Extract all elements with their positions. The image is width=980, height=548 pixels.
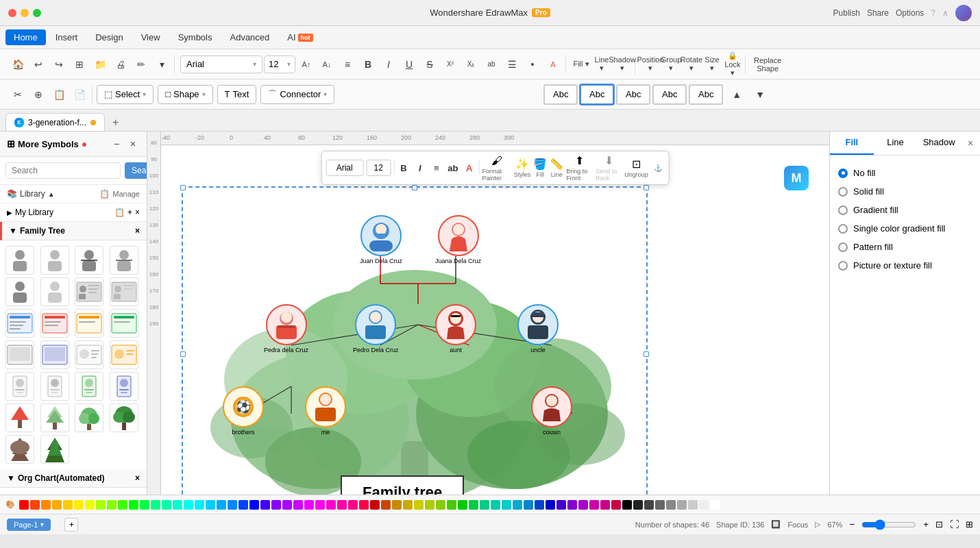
font-size-selector[interactable]: 12 ▾ [264,55,295,73]
person-juan[interactable]: Juan Dela Cruz [360,215,402,265]
symbol-item[interactable] [110,246,138,275]
family-tree-section-close[interactable]: × [135,226,140,236]
color-swatch[interactable] [666,500,676,510]
maximize-button[interactable] [33,9,41,17]
menu-home[interactable]: Home [5,29,46,45]
symbol-item[interactable] [75,309,103,338]
right-panel-close[interactable]: × [961,132,980,155]
symbol-item[interactable] [40,435,69,464]
color-swatch[interactable] [688,500,698,510]
color-swatch[interactable] [271,500,281,510]
symbol-item[interactable] [40,403,69,432]
my-lib-copy-btn[interactable]: 📋 [114,208,125,217]
color-swatch[interactable] [30,500,40,510]
no-fill-option[interactable]: No fill [838,164,972,182]
italic-btn[interactable]: I [379,55,398,74]
group-btn[interactable]: Group ▾ [661,55,681,74]
line-tab[interactable]: Line [874,132,918,155]
more-btn[interactable]: ✏ [132,55,151,74]
symbol-item[interactable] [40,309,69,338]
superscript-btn[interactable]: X² [441,55,460,74]
color-swatch[interactable] [403,500,413,510]
person-cousin[interactable]: cousin [531,386,572,436]
color-swatch[interactable] [140,500,149,510]
color-swatch[interactable] [85,500,95,510]
fill-tool-btn[interactable]: 🪣 Fill [533,158,547,178]
toolbar-expand-btn[interactable]: ⚓ [651,158,665,177]
color-swatch[interactable] [304,500,314,510]
color-swatch[interactable] [238,500,248,510]
zoom-in-btn[interactable]: + [923,519,929,530]
color-swatch[interactable] [677,500,687,510]
person-aunt[interactable]: aunt [435,304,476,354]
color-swatch[interactable] [129,500,138,510]
new-tab-btn[interactable]: ⊞ [70,55,89,74]
color-swatch[interactable] [458,500,467,510]
color-swatch[interactable] [480,500,489,510]
styles-down-btn[interactable]: ▼ [750,85,770,104]
float-font-size-input[interactable] [366,160,391,176]
style-swatch-4[interactable]: Abc [652,84,687,105]
family-tree-title[interactable]: Family tree [341,475,464,495]
symbol-item[interactable] [40,277,69,306]
color-swatch[interactable] [524,500,533,510]
solid-fill-radio[interactable] [838,187,848,197]
color-swatch[interactable] [162,500,171,510]
color-swatch[interactable] [282,500,292,510]
menu-insert[interactable]: Insert [47,29,86,45]
select-dropdown[interactable]: ⬚ Select ▾ [97,85,154,104]
color-swatch[interactable] [655,500,665,510]
symbol-item[interactable] [5,435,34,464]
symbol-item[interactable] [5,309,34,338]
gradient-fill-option[interactable]: Gradient fill [838,201,972,219]
symbol-item[interactable] [110,403,138,432]
page-tab[interactable]: Page-1 ▾ [7,519,51,531]
focus-btn[interactable]: Focus [787,521,808,529]
color-swatch[interactable] [107,500,117,510]
font-color-btn[interactable]: A [543,55,563,74]
float-color-btn[interactable]: A [463,158,476,177]
minimize-button[interactable] [21,9,29,17]
symbol-item[interactable] [110,372,138,401]
styles-up-btn[interactable]: ▲ [727,85,746,104]
float-bold-btn[interactable]: B [397,158,411,177]
symbol-item[interactable] [75,403,103,432]
my-lib-close-btn[interactable]: × [135,208,140,217]
color-swatch[interactable] [611,500,621,510]
down-arrow-btn[interactable]: ▾ [152,55,171,74]
close-button[interactable] [8,9,16,17]
menu-view[interactable]: View [133,29,169,45]
color-swatch[interactable] [19,500,29,510]
color-swatch[interactable] [348,500,358,510]
person-uncle[interactable]: uncle [517,304,559,354]
float-italic-btn[interactable]: I [413,158,427,177]
style-swatch-5[interactable]: Abc [689,84,723,105]
shape-dropdown[interactable]: □ Shape ▾ [158,85,212,104]
symbol-item[interactable] [110,309,138,338]
increase-font-btn[interactable]: A↑ [297,55,316,74]
pattern-fill-option[interactable]: Pattern fill [838,238,972,256]
symbol-item[interactable] [5,246,34,275]
canvas-area[interactable]: -40 -20 0 40 80 120 160 200 240 280 300 … [147,132,829,495]
style-swatch-1[interactable]: Abc [543,84,578,105]
color-swatch[interactable] [414,500,424,510]
position-btn[interactable]: Position ▾ [641,55,660,74]
color-swatch[interactable] [546,500,555,510]
color-swatch[interactable] [699,500,709,510]
manage-btn[interactable]: Manage [112,190,140,198]
connector-dropdown[interactable]: ⌒ Connector ▾ [260,85,334,104]
list-btn[interactable]: ☰ [502,55,522,74]
color-swatch[interactable] [710,500,720,510]
person-pedro[interactable]: Pedro Dela Cruz [353,304,399,354]
zoom-slider[interactable] [861,519,916,530]
solid-fill-option[interactable]: Solid fill [838,182,972,201]
color-swatch[interactable] [370,500,380,510]
float-ab-btn[interactable]: ab [446,158,460,177]
my-library-label[interactable]: My Library [15,208,53,217]
ungroup-btn[interactable]: ⊡ Ungroup [624,158,648,178]
color-swatch[interactable] [249,500,259,510]
symbol-item[interactable] [75,277,103,306]
color-swatch[interactable] [173,500,182,510]
color-swatch[interactable] [535,500,544,510]
strikethrough-btn[interactable]: S [420,55,439,74]
